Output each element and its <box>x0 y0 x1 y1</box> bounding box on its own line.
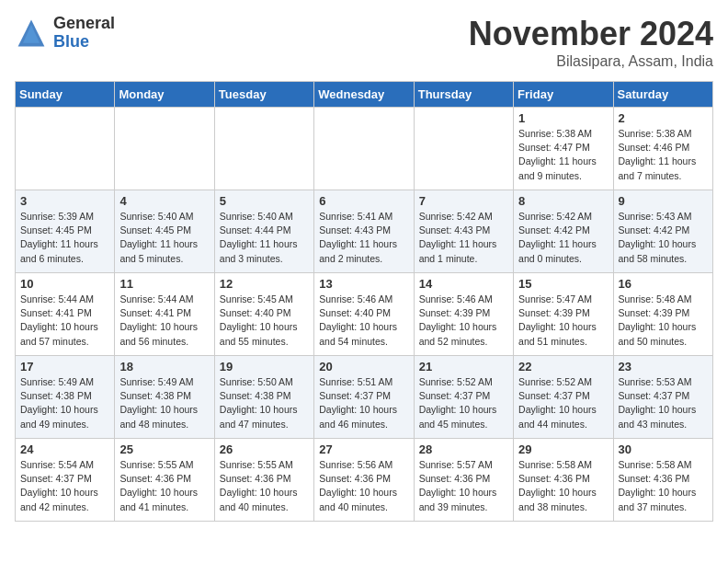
cell-info: Sunrise: 5:40 AM Sunset: 4:44 PM Dayligh… <box>220 210 309 266</box>
cell-info: Sunrise: 5:53 AM Sunset: 4:37 PM Dayligh… <box>619 375 708 431</box>
day-number: 17 <box>20 360 109 373</box>
day-number: 15 <box>518 277 608 291</box>
day-number: 23 <box>619 360 708 373</box>
day-number: 9 <box>619 194 708 208</box>
calendar-cell: 28Sunrise: 5:57 AM Sunset: 4:36 PM Dayli… <box>414 439 513 522</box>
day-number: 29 <box>518 442 608 456</box>
calendar-cell: 19Sunrise: 5:50 AM Sunset: 4:38 PM Dayli… <box>214 356 313 439</box>
calendar-cell: 8Sunrise: 5:42 AM Sunset: 4:42 PM Daylig… <box>514 190 613 273</box>
day-number: 27 <box>319 442 408 456</box>
calendar-cell: 16Sunrise: 5:48 AM Sunset: 4:39 PM Dayli… <box>613 273 712 356</box>
day-number: 18 <box>119 360 209 373</box>
day-number: 11 <box>119 277 209 291</box>
cell-info: Sunrise: 5:52 AM Sunset: 4:37 PM Dayligh… <box>419 375 508 431</box>
col-header-monday: Monday <box>115 82 214 108</box>
cell-info: Sunrise: 5:58 AM Sunset: 4:36 PM Dayligh… <box>619 458 708 514</box>
day-number: 10 <box>20 277 109 291</box>
calendar-cell: 29Sunrise: 5:58 AM Sunset: 4:36 PM Dayli… <box>514 439 613 522</box>
cell-info: Sunrise: 5:55 AM Sunset: 4:36 PM Dayligh… <box>119 458 209 514</box>
calendar-cell: 12Sunrise: 5:45 AM Sunset: 4:40 PM Dayli… <box>214 273 313 356</box>
cell-info: Sunrise: 5:46 AM Sunset: 4:40 PM Dayligh… <box>319 293 408 349</box>
calendar-cell: 17Sunrise: 5:49 AM Sunset: 4:38 PM Dayli… <box>16 356 115 439</box>
calendar-cell: 18Sunrise: 5:49 AM Sunset: 4:38 PM Dayli… <box>115 356 214 439</box>
calendar-cell: 5Sunrise: 5:40 AM Sunset: 4:44 PM Daylig… <box>214 190 313 273</box>
week-row-2: 3Sunrise: 5:39 AM Sunset: 4:45 PM Daylig… <box>16 190 713 273</box>
calendar-cell: 20Sunrise: 5:51 AM Sunset: 4:37 PM Dayli… <box>314 356 414 439</box>
day-number: 30 <box>619 442 708 456</box>
cell-info: Sunrise: 5:44 AM Sunset: 4:41 PM Dayligh… <box>119 293 209 349</box>
calendar-cell: 14Sunrise: 5:46 AM Sunset: 4:39 PM Dayli… <box>414 273 513 356</box>
day-number: 6 <box>319 194 408 208</box>
cell-info: Sunrise: 5:50 AM Sunset: 4:38 PM Dayligh… <box>220 375 309 431</box>
calendar-cell: 24Sunrise: 5:54 AM Sunset: 4:37 PM Dayli… <box>16 439 115 522</box>
day-number: 4 <box>119 194 209 208</box>
day-number: 19 <box>220 360 309 373</box>
cell-info: Sunrise: 5:38 AM Sunset: 4:46 PM Dayligh… <box>619 127 708 183</box>
cell-info: Sunrise: 5:48 AM Sunset: 4:39 PM Dayligh… <box>619 293 708 349</box>
col-header-thursday: Thursday <box>414 82 513 108</box>
calendar-cell: 21Sunrise: 5:52 AM Sunset: 4:37 PM Dayli… <box>414 356 513 439</box>
cell-info: Sunrise: 5:54 AM Sunset: 4:37 PM Dayligh… <box>20 458 109 514</box>
location-title: Bilasipara, Assam, India <box>469 53 713 70</box>
cell-info: Sunrise: 5:58 AM Sunset: 4:36 PM Dayligh… <box>518 458 608 514</box>
cell-info: Sunrise: 5:52 AM Sunset: 4:37 PM Dayligh… <box>518 375 608 431</box>
col-header-saturday: Saturday <box>613 82 712 108</box>
cell-info: Sunrise: 5:51 AM Sunset: 4:37 PM Dayligh… <box>319 375 408 431</box>
cell-info: Sunrise: 5:40 AM Sunset: 4:45 PM Dayligh… <box>119 210 209 266</box>
calendar-cell: 22Sunrise: 5:52 AM Sunset: 4:37 PM Dayli… <box>514 356 613 439</box>
cell-info: Sunrise: 5:47 AM Sunset: 4:39 PM Dayligh… <box>518 293 608 349</box>
calendar-cell: 13Sunrise: 5:46 AM Sunset: 4:40 PM Dayli… <box>314 273 414 356</box>
day-number: 5 <box>220 194 309 208</box>
calendar-cell: 6Sunrise: 5:41 AM Sunset: 4:43 PM Daylig… <box>314 190 414 273</box>
calendar-table: SundayMondayTuesdayWednesdayThursdayFrid… <box>15 81 713 522</box>
calendar-cell <box>314 108 414 190</box>
day-number: 24 <box>20 442 109 456</box>
calendar-cell: 23Sunrise: 5:53 AM Sunset: 4:37 PM Dayli… <box>613 356 712 439</box>
day-number: 21 <box>419 360 508 373</box>
cell-info: Sunrise: 5:45 AM Sunset: 4:40 PM Dayligh… <box>220 293 309 349</box>
logo-blue-text: Blue <box>53 33 115 52</box>
title-area: November 2024 Bilasipara, Assam, India <box>469 15 713 70</box>
calendar-cell: 11Sunrise: 5:44 AM Sunset: 4:41 PM Dayli… <box>115 273 214 356</box>
cell-info: Sunrise: 5:57 AM Sunset: 4:36 PM Dayligh… <box>419 458 508 514</box>
day-number: 14 <box>419 277 508 291</box>
col-header-tuesday: Tuesday <box>214 82 313 108</box>
day-number: 3 <box>20 194 109 208</box>
calendar-cell <box>16 108 115 190</box>
header-row: SundayMondayTuesdayWednesdayThursdayFrid… <box>16 82 713 108</box>
logo-text: General Blue <box>53 15 115 52</box>
calendar-cell: 1Sunrise: 5:38 AM Sunset: 4:47 PM Daylig… <box>514 108 613 190</box>
day-number: 22 <box>518 360 608 373</box>
logo-general-text: General <box>53 15 115 33</box>
cell-info: Sunrise: 5:55 AM Sunset: 4:36 PM Dayligh… <box>220 458 309 514</box>
calendar-cell: 4Sunrise: 5:40 AM Sunset: 4:45 PM Daylig… <box>115 190 214 273</box>
cell-info: Sunrise: 5:42 AM Sunset: 4:42 PM Dayligh… <box>518 210 608 266</box>
day-number: 13 <box>319 277 408 291</box>
logo: General Blue <box>15 15 115 52</box>
cell-info: Sunrise: 5:42 AM Sunset: 4:43 PM Dayligh… <box>419 210 508 266</box>
day-number: 1 <box>518 111 608 125</box>
week-row-5: 24Sunrise: 5:54 AM Sunset: 4:37 PM Dayli… <box>16 439 713 522</box>
cell-info: Sunrise: 5:39 AM Sunset: 4:45 PM Dayligh… <box>20 210 109 266</box>
day-number: 28 <box>419 442 508 456</box>
cell-info: Sunrise: 5:41 AM Sunset: 4:43 PM Dayligh… <box>319 210 408 266</box>
cell-info: Sunrise: 5:43 AM Sunset: 4:42 PM Dayligh… <box>619 210 708 266</box>
cell-info: Sunrise: 5:49 AM Sunset: 4:38 PM Dayligh… <box>20 375 109 431</box>
week-row-1: 1Sunrise: 5:38 AM Sunset: 4:47 PM Daylig… <box>16 108 713 190</box>
day-number: 12 <box>220 277 309 291</box>
header: General Blue November 2024 Bilasipara, A… <box>15 15 713 70</box>
cell-info: Sunrise: 5:49 AM Sunset: 4:38 PM Dayligh… <box>119 375 209 431</box>
day-number: 7 <box>419 194 508 208</box>
week-row-3: 10Sunrise: 5:44 AM Sunset: 4:41 PM Dayli… <box>16 273 713 356</box>
month-title: November 2024 <box>469 15 713 53</box>
calendar-cell <box>115 108 214 190</box>
calendar-cell: 2Sunrise: 5:38 AM Sunset: 4:46 PM Daylig… <box>613 108 712 190</box>
week-row-4: 17Sunrise: 5:49 AM Sunset: 4:38 PM Dayli… <box>16 356 713 439</box>
calendar-cell: 10Sunrise: 5:44 AM Sunset: 4:41 PM Dayli… <box>16 273 115 356</box>
logo-icon <box>15 17 48 50</box>
calendar-cell <box>414 108 513 190</box>
calendar-cell: 27Sunrise: 5:56 AM Sunset: 4:36 PM Dayli… <box>314 439 414 522</box>
calendar-cell: 9Sunrise: 5:43 AM Sunset: 4:42 PM Daylig… <box>613 190 712 273</box>
day-number: 26 <box>220 442 309 456</box>
col-header-friday: Friday <box>514 82 613 108</box>
